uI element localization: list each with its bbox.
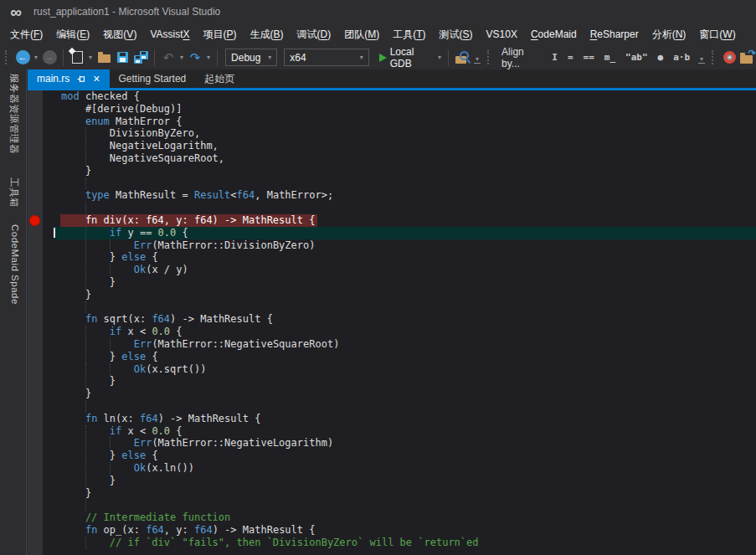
toolbar-align-equals-button[interactable]: = (563, 52, 579, 63)
code-line[interactable]: } (28, 276, 756, 289)
align-by-button[interactable]: Align by... (496, 46, 545, 69)
menu-item-resharper[interactable]: ReSharper (584, 25, 645, 44)
undo-dropdown[interactable]: ▾ (178, 54, 185, 61)
save-button[interactable] (114, 48, 131, 68)
code-line[interactable]: } else { (28, 251, 756, 264)
code-line[interactable]: Ok(x / y) (28, 264, 756, 276)
code-line[interactable]: Ok(x.ln()) (28, 462, 756, 475)
code-line[interactable]: enum MathError { (28, 116, 756, 128)
toolbar-align-members-button[interactable]: m_ (599, 52, 620, 63)
menu-item-edit[interactable]: 编辑(E) (49, 24, 96, 45)
menu-item-codemaid[interactable]: CodeMaid (524, 25, 584, 44)
toolbar-align-spacing-button[interactable]: a·b (668, 52, 695, 63)
side-tab-toolbox[interactable]: 工具箱 (8, 177, 20, 208)
code-line[interactable]: // if `div` "fails", then `DivisionByZer… (28, 537, 756, 549)
side-tab-server-explorer[interactable]: 服务器资源管理器 (8, 74, 20, 154)
code-line[interactable]: if y == 0.0 { (28, 227, 756, 239)
menu-item-file[interactable]: 文件(F) (3, 24, 49, 45)
toolbar-align-dot-button[interactable]: ● (653, 52, 669, 63)
code-line[interactable] (28, 177, 756, 190)
toolbar-align-double-equals-button[interactable]: == (579, 52, 599, 63)
pin-tab-icon[interactable] (77, 75, 86, 84)
toolbar-drag-handle[interactable] (712, 50, 716, 64)
code-line[interactable]: fn op_(x: f64, y: f64) -> MathResult { (28, 524, 756, 537)
code-line[interactable]: fn div(x: f64, y: f64) -> MathResult { (28, 214, 756, 227)
document-tab-main-rs[interactable]: main.rs× (28, 69, 110, 88)
document-tab-start-page[interactable]: 起始页 (195, 69, 244, 88)
code-line[interactable]: Err(MathError::DivisionByZero) (28, 239, 756, 252)
code-line[interactable]: Err(MathError::NegativeLogarithm) (28, 437, 756, 450)
toolbar-overflow-button[interactable]: ▾ (698, 57, 705, 64)
title-bar: ∞ rust_application1 - Microsoft Visual S… (0, 0, 756, 23)
navigate-forward-button[interactable]: → (41, 48, 58, 68)
undo-button[interactable]: ↶ (160, 48, 177, 68)
window-title: rust_application1 - Microsoft Visual Stu… (33, 6, 220, 18)
menu-item-vs10x[interactable]: VS10X (480, 25, 524, 44)
open-corresponding-file-button[interactable]: ↷ (739, 48, 756, 68)
va-find-in-solution-button[interactable] (454, 48, 471, 68)
menu-item-vassistx[interactable]: VAssistX (143, 25, 196, 44)
indent-guide (85, 177, 86, 190)
code-line[interactable]: } else { (28, 351, 756, 363)
menu-item-build[interactable]: 生成(B) (244, 24, 291, 45)
solution-configuration-dropdown[interactable]: Debug ▾ (225, 49, 277, 66)
side-tab-codemaid-spade[interactable]: CodeMaid Spade (10, 224, 20, 305)
toolbar-drag-handle[interactable] (5, 50, 9, 64)
code-line[interactable]: NegativeSquareRoot, (28, 152, 756, 165)
code-line[interactable]: mod checked { (28, 90, 756, 103)
menu-item-analyze[interactable]: 分析(N) (645, 24, 693, 45)
code-line[interactable]: } (28, 289, 756, 301)
navigate-back-dropdown[interactable]: ▾ (33, 54, 39, 61)
breakpoint-indicator[interactable] (29, 215, 40, 226)
redo-dropdown[interactable]: ▾ (205, 54, 212, 61)
menu-item-tools[interactable]: 工具(T) (386, 24, 432, 45)
close-tab-icon[interactable]: × (93, 73, 100, 85)
code-line[interactable] (28, 400, 756, 413)
menu-item-window[interactable]: 窗口(W) (692, 24, 742, 45)
menu-item-test[interactable]: 测试(S) (433, 24, 480, 45)
toolbar-ibeam-button[interactable]: I (547, 52, 563, 63)
solution-platform-dropdown[interactable]: x64 ▾ (284, 49, 368, 66)
code-editor[interactable]: mod checked { #[derive(Debug)] enum Math… (28, 90, 756, 555)
va-find-dropdown[interactable]: ▾ (474, 57, 481, 64)
toolbar-align-quoted-button[interactable]: "ab" (620, 52, 653, 63)
code-line[interactable]: if x < 0.0 { (28, 425, 756, 438)
toolbar-separator (448, 49, 449, 66)
code-line[interactable]: type MathResult = Result<f64, MathError>… (28, 189, 756, 202)
code-line[interactable]: Ok(x.sqrt()) (28, 363, 756, 376)
code-line[interactable]: // Intermediate function (28, 511, 756, 524)
code-line[interactable]: } else { (28, 450, 756, 462)
code-line[interactable]: } (28, 388, 756, 400)
code-line[interactable]: } (28, 487, 756, 500)
toolbar-separator (63, 49, 64, 66)
code-line[interactable]: fn sqrt(x: f64) -> MathResult { (28, 313, 756, 326)
redo-button[interactable]: ↷ (187, 48, 203, 68)
menu-item-project[interactable]: 项目(P) (197, 24, 244, 45)
toolbar-drag-handle[interactable] (487, 50, 491, 64)
code-line[interactable]: if x < 0.0 { (28, 326, 756, 338)
start-target-dropdown[interactable]: ▾ (436, 54, 443, 61)
code-line[interactable]: NegativeLogarithm, (28, 140, 756, 152)
menu-item-view[interactable]: 视图(V) (96, 24, 143, 45)
navigate-back-button[interactable]: ← (14, 48, 31, 68)
save-all-button[interactable] (132, 48, 149, 68)
code-line[interactable] (28, 301, 756, 314)
start-debugging-button[interactable]: Local GDB (373, 48, 435, 68)
code-line[interactable]: #[derive(Debug)] (28, 103, 756, 116)
code-line[interactable]: DivisionByZero, (28, 127, 756, 140)
document-tab-getting-started[interactable]: Getting Started (110, 69, 196, 88)
open-file-button[interactable] (95, 48, 112, 68)
new-project-button[interactable] (69, 48, 85, 68)
code-line[interactable] (28, 499, 756, 511)
code-line[interactable] (28, 202, 756, 214)
menu-item-debug[interactable]: 调试(D) (291, 24, 338, 45)
code-line[interactable]: Err(MathError::NegativeSquareRoot) (28, 338, 756, 351)
code-line[interactable]: } (28, 375, 756, 388)
code-line[interactable]: fn ln(x: f64) -> MathResult { (28, 413, 756, 425)
codemaid-cleanup-button[interactable] (721, 48, 738, 68)
new-project-dropdown[interactable]: ▾ (87, 54, 94, 61)
code-line[interactable]: } (28, 475, 756, 487)
indent-guide (85, 301, 86, 314)
menu-item-team[interactable]: 团队(M) (337, 24, 386, 45)
code-line[interactable]: } (28, 165, 756, 177)
